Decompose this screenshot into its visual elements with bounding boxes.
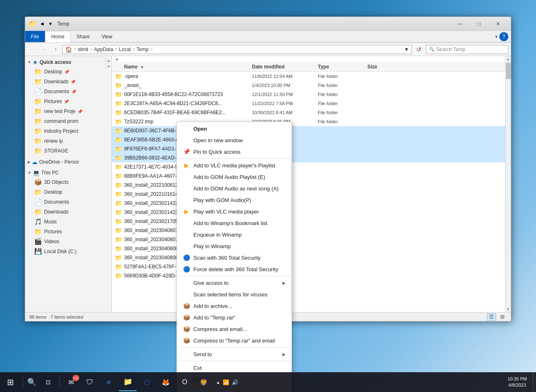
sidebar-item-storage[interactable]: 📁 STORAGE [25, 146, 106, 156]
close-button[interactable]: ✕ [489, 17, 508, 31]
cm-add-archive[interactable]: 📦 Add to archive... [177, 300, 292, 312]
sidebar-item-downloads[interactable]: 📁 Downloads 📌 [25, 77, 106, 87]
start-button[interactable]: ⊞ [0, 373, 21, 391]
col-name-header[interactable]: Name ▼ [112, 64, 252, 70]
cm-gom-playlist[interactable]: Add to GOM Audio Playlist (E) [177, 171, 292, 183]
show-desktop-button[interactable] [533, 373, 536, 391]
sidebar-item-documents2[interactable]: 📄 Documents [25, 197, 106, 207]
tab-share[interactable]: Share [71, 31, 96, 42]
tray-arrow-icon[interactable]: ▲ [216, 380, 220, 385]
taskbar-task-view[interactable]: ⊡ [39, 373, 57, 391]
table-row[interactable]: 📁360_install_20221016141851_223... [112, 190, 505, 199]
cm-compress-email[interactable]: 📦 Compress and email... [177, 323, 292, 335]
refresh-button[interactable]: ↺ [414, 45, 424, 54]
tray-network-icon[interactable]: 📶 [223, 379, 229, 385]
taskbar-opera[interactable]: O [176, 373, 194, 391]
sidebar-thispc-header[interactable]: ▼ 💻 This PC [25, 168, 106, 177]
sidebar-item-desktop2[interactable]: 📁 Desktop [25, 187, 106, 197]
table-row[interactable]: 📁5669D30B-4D0F-428D-8AA7-7F... [112, 271, 505, 280]
cm-add-temprar[interactable]: 📦 Add to "Temp.rar" [177, 312, 292, 323]
maximize-button[interactable]: □ [470, 17, 489, 31]
cm-give-access[interactable]: Give access to ▶ [177, 277, 292, 289]
taskbar-search[interactable]: 🔍 [25, 373, 38, 391]
path-dropdown-icon[interactable]: ▼ [404, 47, 409, 52]
sidebar-quick-access-header[interactable]: ▼ ★ Quick access [25, 58, 106, 67]
address-path[interactable]: 🏠 > dimit > AppData > Local > Temp > ▼ [62, 45, 412, 54]
col-date-header[interactable]: Date modified [252, 64, 318, 70]
taskbar-edge[interactable]: e [100, 373, 118, 391]
table-row[interactable]: 📁88B9FE9A-AA1A-4607-88C1-80... [112, 171, 505, 181]
table-row[interactable]: 📁360_install_20230408080959_383... [112, 253, 505, 262]
up-button[interactable]: ↑ [51, 45, 61, 54]
scroll-thumb[interactable] [506, 63, 511, 79]
sidebar-item-command-prom[interactable]: 📁 command prom [25, 116, 106, 126]
scroll-up-arrow[interactable]: ▲ [505, 56, 511, 62]
cm-winamp-play[interactable]: Play in Winamp [177, 240, 292, 252]
path-local[interactable]: Local [119, 47, 131, 52]
table-row[interactable]: 📁360_install_20221008122331_502... [112, 181, 505, 190]
sidebar-item-3dobjects[interactable]: 📦 3D Objects [25, 177, 106, 187]
table-row[interactable]: 📁8EAF3658-6B2E-4663-ACF4-13... [112, 135, 505, 144]
sidebar-scroll-up[interactable]: ▲ [106, 58, 112, 63]
table-row[interactable]: 📁360_install_20230217053959_101... [112, 217, 505, 226]
table-row[interactable]: 📁_avast_1/4/2023 10:00 PMFile folder [112, 81, 505, 90]
sidebar-item-downloads2[interactable]: 📁 Downloads [25, 207, 106, 217]
cm-360-scan[interactable]: 🔵 Scan with 360 Total Security [177, 252, 292, 263]
cm-scan-viruses[interactable]: Scan selected items for viruses [177, 289, 292, 300]
forward-button[interactable]: → [39, 45, 49, 54]
sidebar-item-localdisk[interactable]: 💾 Local Disk (C:) [25, 246, 106, 256]
sidebar-item-pictures[interactable]: 📁 Pictures 📌 [25, 96, 106, 106]
table-row[interactable]: 📁39B52B66-0832-4EAD-B444-124... [112, 153, 505, 162]
cm-360-delete[interactable]: 🔵 Force delete with 360 Total Security [177, 263, 292, 275]
ribbon-collapse-icon[interactable]: ▾ [495, 34, 498, 40]
minimize-button[interactable]: — [451, 17, 470, 31]
list-view-button[interactable]: ☰ [487, 313, 496, 321]
cm-winamp-bookmark[interactable]: Add to Winamp's Bookmark list [177, 217, 292, 229]
table-row[interactable]: 📁360_install_20230408080934_383... [112, 244, 505, 253]
table-row[interactable]: 📁.opera11/8/2022 12:04 AMFile folder [112, 72, 505, 81]
path-appdata[interactable]: AppData [94, 47, 113, 52]
tab-view[interactable]: View [96, 31, 118, 42]
table-row[interactable]: 📁360_install_20230214225520_128... [112, 199, 505, 208]
details-view-button[interactable]: ⊞ [498, 313, 507, 321]
sidebar-item-music[interactable]: 🎵 Music [25, 217, 106, 227]
taskbar-clock[interactable]: 10:35 PM 4/8/2023 [503, 376, 532, 389]
taskbar-file-explorer[interactable]: 📁 [119, 373, 137, 391]
search-box[interactable]: 🔍 Search Temp [426, 45, 508, 54]
table-row[interactable]: 📁360_install_20230408070127_379... [112, 235, 505, 244]
cm-vlc-play[interactable]: ▶ Play with VLC media player [177, 206, 292, 217]
cm-gom-next[interactable]: Add to GOM Audio as next song (A) [177, 183, 292, 194]
table-row[interactable]: 📁360_install_20230408070058_379... [112, 226, 505, 235]
title-bar-dropdown-icon[interactable]: ▾ [47, 20, 54, 28]
sidebar-item-industry[interactable]: 📁 industry Project [25, 126, 106, 136]
cm-cut[interactable]: Cut [177, 362, 292, 373]
path-temp[interactable]: Temp [136, 47, 148, 52]
table-row[interactable]: 📁2E3C287A-A65A-4C94-8D21-C3426FDC8...11/… [112, 99, 505, 108]
tab-file[interactable]: File [25, 31, 45, 42]
table-row[interactable]: 📁9F876EF6-8FA7-4AD1-97AA-95... [112, 144, 505, 153]
table-row[interactable]: 📁360_install_20230214225621_128... [112, 208, 505, 217]
cm-vlc-playlist[interactable]: ▶ Add to VLC media player's Playlist [177, 160, 292, 171]
path-dimit[interactable]: dimit [78, 47, 88, 52]
taskbar-360[interactable]: ⬡ [138, 373, 156, 391]
ribbon-help-icon[interactable]: ? [499, 32, 508, 41]
cm-gom-play[interactable]: Play with GOM Audio(P) [177, 194, 292, 206]
table-row[interactable]: 📁5278F4A1-EBC5-476F-BAA9-2C... [112, 262, 505, 271]
cm-open[interactable]: Open [177, 123, 292, 134]
table-row[interactable]: 📁6CEDB035-7B4F-431F-BEAE-69C8BFA6E2...10… [112, 108, 505, 117]
cm-pin-quick-access[interactable]: 📌 Pin to Quick access [177, 146, 292, 157]
title-bar-back-icon[interactable]: ◄ [38, 20, 46, 28]
sidebar-item-documents[interactable]: 📄 Documents 📌 [25, 87, 106, 96]
sidebar-item-new-test[interactable]: 📁 new test Proje 📌 [25, 106, 106, 116]
sidebar-item-desktop[interactable]: 📁 Desktop 📌 [25, 67, 106, 77]
tab-home[interactable]: Home [45, 31, 71, 42]
table-row[interactable]: 📁42E17371-4E7C-4034-9E4A-C07... [112, 162, 505, 171]
sidebar-item-videos[interactable]: 🎬 Videos [25, 237, 106, 246]
scroll-down-arrow[interactable]: ▼ [505, 306, 511, 312]
sidebar-scroll-down[interactable]: ▼ [106, 63, 112, 69]
sidebar-item-renew-ip[interactable]: 📁 renew ip [25, 136, 106, 146]
sidebar-onedrive-header[interactable]: ▶ ☁ OneDrive - Persor [25, 157, 106, 167]
table-row[interactable]: 📁00F1E118-4B33-4558-BC22-A72C0687372312/… [112, 90, 505, 99]
cm-winamp-enqueue[interactable]: Enqueue in Winamp [177, 229, 292, 240]
back-button[interactable]: ← [28, 45, 38, 54]
